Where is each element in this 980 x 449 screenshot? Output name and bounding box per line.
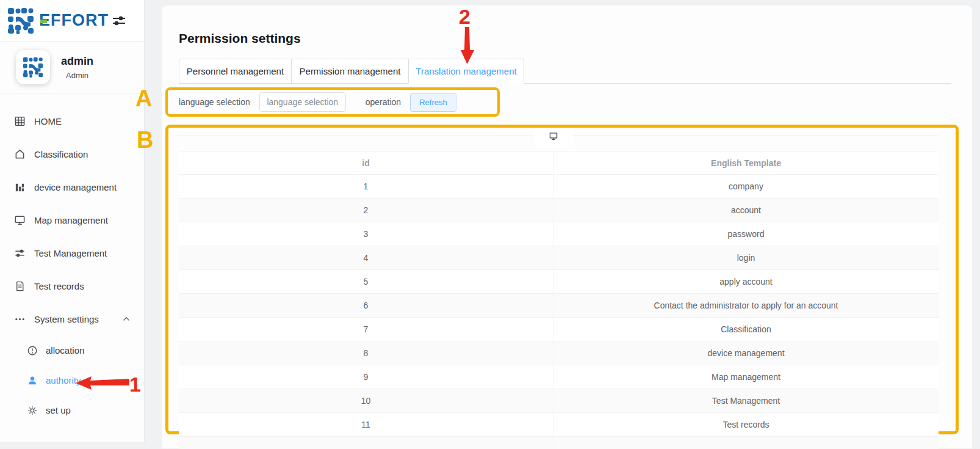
cell-template: Test records bbox=[553, 413, 939, 436]
sidebar-nav: HOME Classification device manageme bbox=[0, 104, 144, 425]
table-row bbox=[179, 437, 939, 449]
language-select-placeholder: language selection bbox=[267, 97, 338, 107]
cell-id: 1 bbox=[179, 175, 553, 198]
table-header-row: id English Template bbox=[179, 151, 939, 175]
gear-icon bbox=[27, 405, 38, 416]
sidebar-item-label: set up bbox=[46, 405, 71, 415]
cell-template: login bbox=[553, 246, 939, 269]
sidebar-item-allocation[interactable]: allocation bbox=[0, 335, 144, 365]
language-selection-label: language selection bbox=[179, 97, 250, 107]
cell-template: Contact the administrator to apply for a… bbox=[553, 294, 939, 317]
sidebar-item-set-up[interactable]: set up bbox=[0, 395, 144, 425]
sidebar: EFFORT bbox=[0, 0, 145, 442]
collapse-handle[interactable] bbox=[534, 128, 573, 145]
table-row: 4 login bbox=[179, 246, 939, 270]
tab-personnel-management[interactable]: Personnel management bbox=[179, 59, 292, 84]
home-icon bbox=[14, 148, 26, 160]
table-row: 10 Test Management bbox=[179, 389, 939, 413]
table-row: 5 apply account bbox=[179, 270, 939, 294]
table-row: 3 password bbox=[179, 222, 939, 246]
grid-icon bbox=[14, 115, 26, 127]
sidebar-item-label: authority bbox=[46, 375, 81, 385]
sidebar-item-map-management[interactable]: Map management bbox=[0, 203, 144, 236]
cell-template: Classification bbox=[553, 318, 939, 341]
sidebar-item-label: Map management bbox=[34, 215, 108, 225]
language-select[interactable]: language selection bbox=[259, 92, 346, 112]
sidebar-item-test-management[interactable]: Test Management bbox=[0, 236, 144, 269]
cell-id: 7 bbox=[179, 318, 553, 341]
table-row: 11 Test records bbox=[179, 413, 939, 437]
cell-template: apply account bbox=[553, 270, 939, 293]
sidebar-item-label: System settings bbox=[34, 314, 99, 324]
cell-id: 5 bbox=[179, 270, 553, 293]
menu-toggle-icon[interactable] bbox=[111, 13, 127, 29]
logo: EFFORT bbox=[0, 0, 144, 42]
alert-circle-icon bbox=[27, 345, 38, 356]
sidebar-item-label: HOME bbox=[34, 116, 62, 126]
tab-translation-management[interactable]: Translation management bbox=[408, 59, 524, 84]
operation-label: operation bbox=[366, 97, 401, 107]
cell-id: 4 bbox=[179, 246, 553, 269]
sidebar-item-label: Test records bbox=[34, 281, 84, 291]
table-row: 7 Classification bbox=[179, 318, 939, 341]
sliders-icon bbox=[14, 247, 26, 259]
cell-id: 10 bbox=[179, 389, 553, 412]
table-row: 8 device management bbox=[179, 341, 939, 365]
sidebar-item-label: Classification bbox=[34, 149, 88, 159]
sidebar-item-test-records[interactable]: Test records bbox=[0, 269, 144, 302]
cell-id: 8 bbox=[179, 341, 553, 365]
avatar bbox=[16, 50, 50, 84]
table-row: 9 Map management bbox=[179, 365, 939, 389]
cell-template: Test Management bbox=[553, 389, 939, 412]
cell-id: 11 bbox=[179, 413, 553, 436]
column-header-id: id bbox=[179, 151, 553, 174]
cell-template: account bbox=[553, 199, 939, 222]
annotation-box-a: language selection language selection op… bbox=[165, 87, 500, 117]
cell-template: device management bbox=[553, 341, 939, 365]
table-row: 2 account bbox=[179, 199, 939, 222]
sidebar-item-label: Test Management bbox=[34, 248, 107, 258]
sidebar-item-device-management[interactable]: device management bbox=[0, 170, 144, 203]
table-row: 1 company bbox=[179, 175, 939, 199]
user-role: Admin bbox=[61, 71, 93, 80]
table-row: 6 Contact the administrator to apply for… bbox=[179, 294, 939, 318]
effort-logo-icon bbox=[7, 7, 34, 34]
cell-template: password bbox=[553, 222, 939, 246]
tab-bar: Personnel management Permission manageme… bbox=[179, 59, 951, 84]
column-header-english-template: English Template bbox=[553, 151, 939, 174]
translation-table: id English Template 1 company 2 account … bbox=[179, 151, 939, 449]
dots-icon bbox=[14, 313, 26, 325]
cell-id: 2 bbox=[179, 199, 553, 222]
cell-id: 9 bbox=[179, 365, 553, 389]
refresh-button[interactable]: Refresh bbox=[410, 93, 456, 112]
sidebar-item-label: allocation bbox=[46, 345, 84, 356]
monitor-icon bbox=[14, 214, 26, 226]
cell-template: company bbox=[553, 175, 939, 198]
user-icon bbox=[27, 375, 38, 386]
avatar-logo-icon bbox=[23, 57, 43, 78]
sidebar-item-system-settings[interactable]: System settings bbox=[0, 302, 144, 335]
sidebar-item-label: device management bbox=[34, 182, 117, 192]
document-icon bbox=[14, 280, 26, 292]
monitor-icon bbox=[549, 131, 558, 141]
chevron-up-icon bbox=[122, 315, 131, 323]
sidebar-item-classification[interactable]: Classification bbox=[0, 137, 144, 170]
main-content: Permission settings Personnel management… bbox=[161, 5, 973, 449]
cell-id: 3 bbox=[179, 222, 553, 246]
page-title: Permission settings bbox=[179, 31, 301, 46]
chart-icon bbox=[14, 181, 26, 193]
app-root: EFFORT bbox=[0, 0, 980, 449]
cell-template: Map management bbox=[553, 365, 939, 389]
user-card: admin Admin bbox=[0, 42, 144, 93]
cell-id: 6 bbox=[179, 294, 553, 317]
user-name: admin bbox=[61, 55, 93, 68]
logo-wordmark: EFFORT bbox=[39, 11, 109, 30]
sidebar-item-authority[interactable]: authority bbox=[0, 365, 144, 395]
tab-permission-management[interactable]: Permission management bbox=[291, 59, 409, 84]
sidebar-item-home[interactable]: HOME bbox=[0, 104, 144, 137]
